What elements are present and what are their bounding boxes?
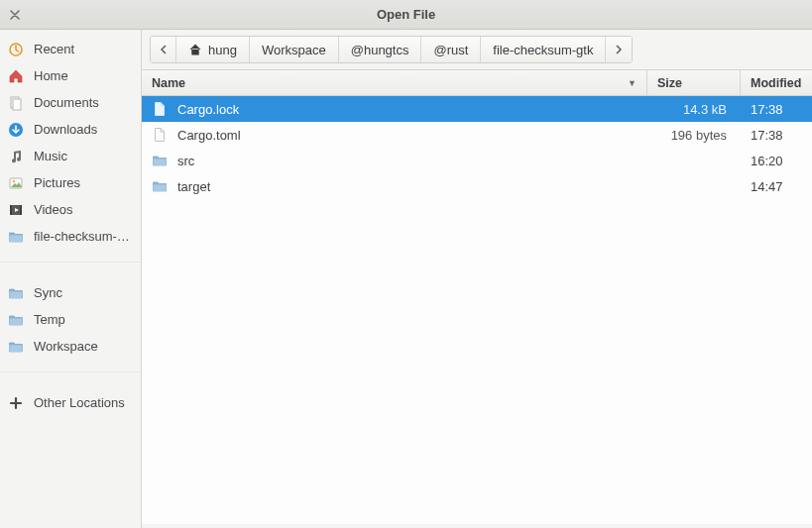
file-row[interactable]: target14:47 xyxy=(142,173,812,199)
breadcrumb-segment[interactable]: file-checksum-gtk xyxy=(481,37,606,62)
file-name-cell: Cargo.lock xyxy=(142,101,647,117)
svg-rect-8 xyxy=(20,205,22,215)
chevron-right-icon xyxy=(615,45,623,54)
sidebar-item-videos[interactable]: Videos xyxy=(0,196,141,223)
breadcrumb-back-button[interactable] xyxy=(151,37,176,62)
breadcrumb-label: @hungtcs xyxy=(351,43,409,57)
column-name-label: Name xyxy=(152,76,185,90)
sidebar-item-label: Music xyxy=(34,149,133,163)
documents-icon xyxy=(8,95,24,111)
breadcrumb-label: hung xyxy=(208,43,237,57)
breadcrumb-label: file-checksum-gtk xyxy=(493,43,593,57)
file-size-cell: 14.3 kB xyxy=(647,102,741,117)
breadcrumb-segment[interactable]: @rust xyxy=(421,37,481,62)
sidebar-item-recent[interactable]: Recent xyxy=(0,36,141,62)
breadcrumb-segment[interactable]: @hungtcs xyxy=(339,37,422,62)
svg-rect-7 xyxy=(10,205,12,215)
file-modified-cell: 17:38 xyxy=(741,128,812,143)
main: hungWorkspace@hungtcs@rustfile-checksum-… xyxy=(142,30,812,528)
file-row[interactable]: Cargo.toml196 bytes17:38 xyxy=(142,122,812,148)
file-name: Cargo.toml xyxy=(177,128,241,143)
plus-icon xyxy=(8,395,24,411)
sidebar-item-label: Home xyxy=(34,68,133,83)
file-size-cell: 196 bytes xyxy=(647,128,741,143)
breadcrumb-label: Workspace xyxy=(262,43,326,57)
sidebar-item-workspace[interactable]: Workspace xyxy=(0,333,141,360)
column-modified-label: Modified xyxy=(751,76,801,90)
close-button[interactable] xyxy=(0,0,30,30)
sidebar-group-other: Other Locations xyxy=(0,371,141,424)
file-modified-cell: 16:20 xyxy=(741,154,812,168)
file-icon xyxy=(152,101,168,117)
sidebar-item-label: Videos xyxy=(34,202,133,217)
folder-icon xyxy=(152,153,168,168)
sidebar-item-other-locations[interactable]: Other Locations xyxy=(0,389,141,416)
file-rows: Cargo.lock14.3 kB17:38Cargo.toml196 byte… xyxy=(142,96,812,524)
svg-rect-12 xyxy=(10,345,23,352)
column-modified[interactable]: Modified xyxy=(741,70,812,95)
file-modified-cell: 17:38 xyxy=(741,102,812,117)
sidebar-item-documents[interactable]: Documents xyxy=(0,89,141,116)
sidebar-item-file-checksum-gtk[interactable]: file-checksum-gtk xyxy=(0,223,141,250)
file-name: Cargo.lock xyxy=(177,102,239,117)
sidebar-item-label: Workspace xyxy=(34,339,133,354)
sidebar-item-downloads[interactable]: Downloads xyxy=(0,116,141,143)
videos-icon xyxy=(8,202,24,218)
breadcrumb-segment[interactable]: Workspace xyxy=(250,37,339,62)
sidebar-item-label: file-checksum-gtk xyxy=(34,229,133,244)
sidebar-item-sync[interactable]: Sync xyxy=(0,279,141,306)
sidebar-item-home[interactable]: Home xyxy=(0,62,141,89)
sidebar-group-bookmarks: SyncTempWorkspace xyxy=(0,262,141,368)
svg-rect-10 xyxy=(10,291,23,298)
sidebar-item-label: Temp xyxy=(34,312,133,327)
folder-icon xyxy=(8,339,24,355)
window-title: Open File xyxy=(0,7,812,22)
folder-icon xyxy=(8,312,24,328)
chevron-left-icon xyxy=(160,45,168,54)
sidebar-item-label: Downloads xyxy=(34,122,133,137)
recent-icon xyxy=(8,42,24,57)
column-size[interactable]: Size xyxy=(647,70,741,95)
sidebar-item-music[interactable]: Music xyxy=(0,143,141,169)
folder-icon xyxy=(8,285,24,301)
file-name-cell: target xyxy=(142,178,647,194)
sidebar-item-label: Recent xyxy=(34,42,133,56)
close-icon xyxy=(10,10,20,20)
breadcrumb-forward-button[interactable] xyxy=(606,37,632,62)
column-name[interactable]: Name ▼ xyxy=(142,70,647,95)
file-name-cell: src xyxy=(142,153,647,168)
file-name: src xyxy=(177,154,194,168)
sidebar-item-label: Other Locations xyxy=(34,395,133,410)
pictures-icon xyxy=(8,175,24,191)
sidebar-item-temp[interactable]: Temp xyxy=(0,306,141,333)
breadcrumb-label: @rust xyxy=(433,43,468,57)
music-icon xyxy=(8,149,24,164)
file-row[interactable]: Cargo.lock14.3 kB17:38 xyxy=(142,96,812,122)
file-modified-cell: 14:47 xyxy=(741,179,812,194)
sidebar-item-label: Documents xyxy=(34,95,133,110)
sidebar-item-label: Sync xyxy=(34,285,133,300)
column-size-label: Size xyxy=(657,76,682,90)
svg-rect-2 xyxy=(13,99,21,110)
file-name: target xyxy=(177,179,210,194)
titlebar: Open File xyxy=(0,0,812,30)
column-headers: Name ▼ Size Modified xyxy=(142,70,812,96)
home-icon xyxy=(188,43,202,56)
file-list: Name ▼ Size Modified Cargo.lock14.3 kB17… xyxy=(142,69,812,524)
home-icon xyxy=(8,68,24,84)
sidebar-item-label: Pictures xyxy=(34,175,133,190)
file-name-cell: Cargo.toml xyxy=(142,127,647,143)
svg-rect-9 xyxy=(10,235,23,242)
sidebar-item-pictures[interactable]: Pictures xyxy=(0,169,141,196)
file-icon xyxy=(152,127,168,143)
folder-icon xyxy=(8,229,24,245)
breadcrumb-segment[interactable]: hung xyxy=(176,37,250,62)
breadcrumb: hungWorkspace@hungtcs@rustfile-checksum-… xyxy=(150,36,633,63)
folder-icon xyxy=(152,178,168,194)
svg-point-5 xyxy=(13,179,16,182)
sidebar: RecentHomeDocumentsDownloadsMusicPicture… xyxy=(0,30,142,528)
svg-rect-11 xyxy=(10,318,23,325)
svg-rect-13 xyxy=(154,159,167,166)
file-row[interactable]: src16:20 xyxy=(142,148,812,173)
body: RecentHomeDocumentsDownloadsMusicPicture… xyxy=(0,30,812,528)
